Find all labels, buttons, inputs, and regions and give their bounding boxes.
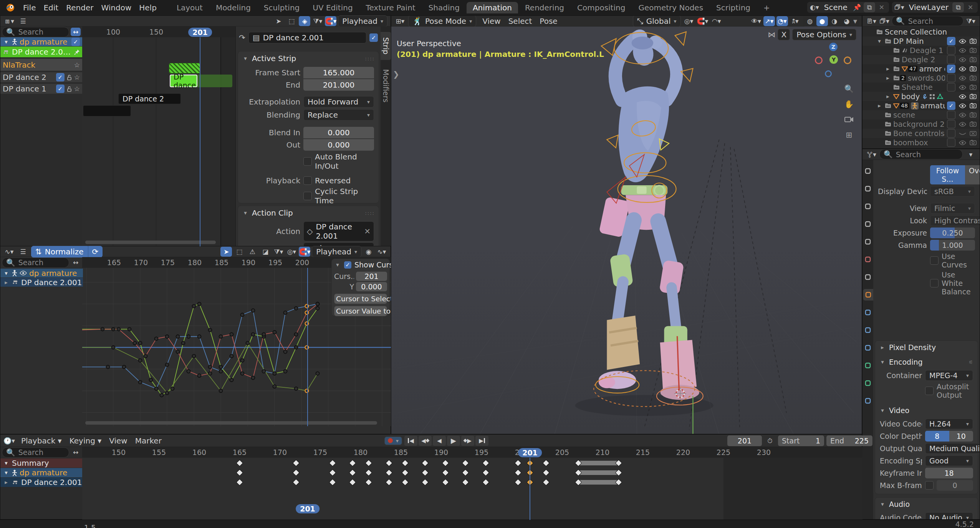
keyframe-diamond[interactable] bbox=[442, 460, 449, 467]
viewport-3d[interactable]: ⊞▾ 🕺 Pose Mode▾ ViewSelectPose ⤡ Global▾… bbox=[391, 15, 862, 434]
properties-tab-output[interactable] bbox=[863, 201, 872, 212]
properties-tab-tool[interactable] bbox=[863, 165, 872, 177]
properties-tab-world[interactable] bbox=[863, 254, 872, 265]
nla-filter-toggle-icon[interactable]: ↔ bbox=[71, 28, 81, 36]
workspace-tab-scripting[interactable]: Scripting bbox=[710, 2, 757, 13]
camera-view-icon[interactable] bbox=[843, 114, 855, 125]
shading-rendered-icon[interactable]: ◕ bbox=[841, 16, 853, 26]
display-device-dropdown[interactable]: sRGB▾ bbox=[930, 186, 975, 197]
timeline-channel-summary[interactable]: ▾Summary bbox=[0, 458, 82, 468]
hide-eye-icon[interactable] bbox=[959, 76, 966, 81]
nla-current-frame-badge[interactable]: 201 bbox=[188, 28, 212, 37]
follow-scene-button[interactable]: Follow S... bbox=[930, 165, 965, 184]
tab-strip[interactable]: Strip bbox=[381, 32, 391, 60]
workspace-tab-rendering[interactable]: Rendering bbox=[519, 2, 570, 13]
graph-proportional-icon[interactable]: ◎▾ bbox=[286, 247, 297, 257]
play-reverse-button[interactable]: ◀ bbox=[433, 436, 446, 446]
timeline-ruler[interactable]: 1501551601651701751801851901952002052102… bbox=[82, 447, 862, 458]
nla-strip-unselected-2[interactable] bbox=[83, 105, 131, 116]
keyframe-diamond[interactable] bbox=[365, 460, 372, 467]
menu-render[interactable]: Render bbox=[62, 3, 97, 12]
nla-search-input[interactable]: 🔍 Search bbox=[2, 27, 69, 37]
keyframe-diamond[interactable] bbox=[462, 479, 469, 486]
timeline-filter-toggle-icon[interactable]: ↔ bbox=[71, 448, 81, 457]
menu-window[interactable]: Window bbox=[97, 3, 135, 12]
override-button[interactable]: Override bbox=[965, 165, 980, 184]
timeline-editor-type-icon[interactable]: 🕐▾ bbox=[3, 436, 15, 446]
viewport-menu-select[interactable]: Select bbox=[505, 17, 536, 26]
graph-box-select-icon[interactable]: ⬚ bbox=[233, 247, 245, 257]
graph-pivot-icon[interactable]: ◉ bbox=[363, 247, 374, 257]
next-keyframe-button[interactable]: ▶ bbox=[461, 436, 474, 446]
delete-viewlayer-button[interactable]: ✕ bbox=[965, 2, 976, 12]
disable-render-icon[interactable] bbox=[970, 103, 977, 108]
nla-select-tool-icon[interactable]: ➤ bbox=[273, 16, 284, 26]
keyframe-diamond[interactable] bbox=[401, 469, 408, 476]
nla-h-scrollbar[interactable] bbox=[85, 241, 216, 244]
outliner-row-boombox[interactable]: boombox bbox=[862, 138, 980, 147]
zoom-tool-icon[interactable]: 🔍 bbox=[843, 83, 855, 95]
keyframe-diamond[interactable] bbox=[329, 479, 336, 486]
nla-filter-icon[interactable]: ⧩▾ bbox=[312, 16, 323, 26]
new-scene-button[interactable]: ⧉ bbox=[864, 2, 875, 12]
outliner-row-armor-details[interactable]: ▸47armor details✓ bbox=[862, 64, 980, 73]
keyframe-diamond[interactable] bbox=[422, 479, 429, 486]
workspace-tab-uv-editing[interactable]: UV Editing bbox=[306, 2, 359, 13]
keyframe-diamond[interactable] bbox=[293, 479, 300, 486]
preset-icon[interactable]: ⚟ bbox=[968, 359, 974, 365]
gamma-slider[interactable]: 1.000 bbox=[930, 240, 975, 251]
end-field[interactable]: 201.000 bbox=[303, 79, 374, 91]
keyframe-diamond[interactable] bbox=[543, 479, 550, 486]
view-transform-dropdown[interactable]: Filmic▾ bbox=[930, 203, 975, 214]
keyframe-diamond[interactable] bbox=[482, 469, 489, 476]
gizmo-z-negative[interactable] bbox=[825, 70, 832, 77]
disable-render-icon[interactable] bbox=[970, 48, 977, 53]
keyframe-diamond[interactable] bbox=[329, 469, 336, 476]
workspace-tab-modeling[interactable]: Modeling bbox=[210, 2, 257, 13]
outliner-editor-type-icon[interactable]: 🖹▾ bbox=[866, 16, 877, 26]
menu-file[interactable]: File bbox=[19, 3, 40, 12]
overlays-toggle-icon[interactable]: ◔▾ bbox=[776, 16, 788, 26]
pin-icon[interactable]: 📌 bbox=[851, 2, 863, 12]
nla-track-nlatrack[interactable]: NlaTrack☆ bbox=[0, 59, 82, 71]
visibility-checkbox[interactable] bbox=[947, 83, 955, 91]
disable-render-icon[interactable] bbox=[970, 75, 977, 81]
cursor-value-to-selection-button[interactable]: Cursor Value to S... bbox=[334, 306, 387, 316]
keyframe-diamond[interactable] bbox=[385, 479, 392, 486]
panel-caret-icon[interactable]: ▾ bbox=[242, 209, 249, 216]
outliner-row-sheathe[interactable]: Sheathe bbox=[862, 83, 980, 92]
keyframe-diamond[interactable] bbox=[236, 469, 243, 476]
outliner-row-bone-controls[interactable]: Bone controls bbox=[862, 129, 980, 138]
xray-toggle-icon[interactable]: 🕱▾ bbox=[790, 16, 801, 26]
strip-mute-checkbox[interactable]: ✓ bbox=[369, 33, 378, 42]
timeline-menu-view[interactable]: View bbox=[105, 436, 131, 445]
exposure-slider[interactable]: 0.250 bbox=[930, 227, 975, 238]
graph-editor-type-icon[interactable]: ∿▾ bbox=[3, 247, 15, 257]
keyframe-diamond[interactable] bbox=[422, 460, 429, 467]
scene-selector[interactable]: ◐▾ Scene 📌 ⧉ ✕ bbox=[807, 2, 889, 13]
jump-to-end-button[interactable]: ▶ bbox=[475, 436, 488, 446]
max-b-frames-field[interactable]: 0 bbox=[937, 480, 973, 491]
visibility-checkbox[interactable]: ✓ bbox=[56, 73, 65, 81]
new-viewlayer-button[interactable]: ⧉ bbox=[952, 2, 964, 12]
keyframe-diamond[interactable] bbox=[422, 469, 429, 476]
outliner-row-dp-main[interactable]: ▾DP Main✓ bbox=[862, 37, 980, 46]
nla-menu-icon[interactable]: ☰ bbox=[17, 16, 29, 26]
graph-playhead-dropdown[interactable]: Playhead▾ bbox=[312, 246, 361, 257]
outliner-row-scene[interactable]: scene bbox=[862, 110, 980, 120]
keyframe-diamond[interactable] bbox=[514, 469, 521, 476]
properties-tab-view-layer[interactable] bbox=[863, 218, 872, 230]
keyframe-interval-field[interactable]: 18 bbox=[925, 468, 973, 478]
audio-codec-dropdown[interactable]: No Audio▾ bbox=[925, 512, 973, 519]
show-cursor-checkbox[interactable]: ✓ bbox=[344, 261, 351, 269]
visibility-checkbox[interactable] bbox=[947, 138, 955, 147]
nla-playhead-dropdown[interactable]: Playhead▾ bbox=[338, 15, 387, 27]
properties-tab-render[interactable] bbox=[863, 183, 872, 194]
strip-name-field[interactable]: ▤ DP dance 2.001 bbox=[248, 32, 366, 43]
properties-tab-constraints[interactable] bbox=[863, 395, 872, 407]
graph-channel-dp-armature[interactable]: ▾dp armature bbox=[0, 269, 83, 277]
graph-filter-icon[interactable]: ⧩▾ bbox=[273, 247, 284, 257]
visibility-checkbox[interactable] bbox=[947, 46, 955, 55]
gizmo-x-axis[interactable] bbox=[815, 56, 823, 64]
nla-strip-keyed[interactable] bbox=[169, 63, 200, 73]
